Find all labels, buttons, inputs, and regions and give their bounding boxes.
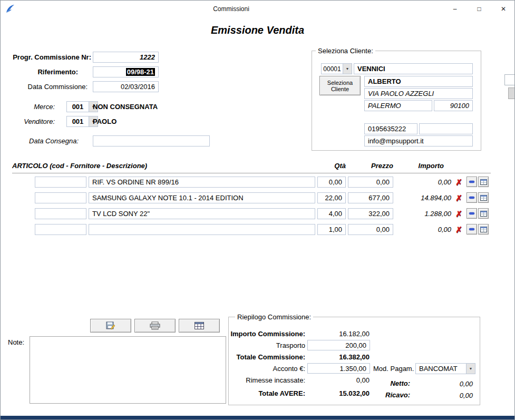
maximize-button[interactable]: □ bbox=[467, 1, 491, 17]
grid-icon bbox=[480, 179, 487, 185]
article-description-input[interactable] bbox=[89, 224, 315, 235]
report-button[interactable] bbox=[179, 319, 220, 333]
grid-icon bbox=[480, 211, 487, 217]
article-description-input[interactable] bbox=[89, 192, 315, 203]
row-remove-button[interactable] bbox=[467, 192, 477, 203]
progr-commissione-field[interactable]: 1222 bbox=[93, 52, 159, 63]
article-amount-value: 14.894,00 bbox=[395, 192, 451, 203]
article-code-input[interactable] bbox=[35, 208, 86, 219]
page-title: Emissione Vendita bbox=[1, 24, 514, 36]
app-window: Commissioni – □ ✕ Emissione Vendita Prog… bbox=[0, 0, 515, 420]
cliente-citta-input[interactable] bbox=[364, 100, 432, 111]
trasporto-input[interactable] bbox=[307, 340, 370, 350]
minus-icon bbox=[469, 226, 475, 232]
minimize-button[interactable]: – bbox=[443, 1, 467, 17]
row-delete-icon[interactable]: ✗ bbox=[454, 192, 464, 203]
row-delete-icon[interactable]: ✗ bbox=[454, 224, 464, 235]
mod-pagam-label: Mod. Pagam. bbox=[373, 365, 414, 373]
minus-icon bbox=[469, 194, 475, 201]
data-commissione-input[interactable] bbox=[93, 81, 159, 92]
importo-commissione-label: Importo Commissione: bbox=[222, 330, 305, 338]
data-consegna-input[interactable] bbox=[93, 135, 210, 146]
qta-column-header: Qtà bbox=[317, 162, 346, 170]
article-price-input[interactable] bbox=[348, 224, 393, 235]
seleziona-cliente-button-label: Seleziona Cliente bbox=[323, 80, 357, 92]
progr-commissione-label: Progr. Commissione Nr: bbox=[6, 53, 91, 62]
article-amount-value: 0,00 bbox=[395, 224, 451, 235]
ricavo-value: 0,00 bbox=[420, 392, 473, 400]
article-amount-value: 0,00 bbox=[395, 177, 451, 188]
article-qty-input[interactable] bbox=[317, 224, 346, 235]
window-title: Commissioni bbox=[1, 1, 462, 17]
riferimento-field[interactable]: 09/98-21 bbox=[93, 66, 159, 77]
cliente-group-label: Seleziona Cliente: bbox=[316, 47, 375, 55]
row-remove-button[interactable] bbox=[467, 224, 477, 235]
grid-icon bbox=[480, 227, 487, 232]
cliente-nome-input[interactable] bbox=[364, 76, 473, 87]
row-delete-icon[interactable]: ✗ bbox=[454, 177, 464, 188]
article-code-input[interactable] bbox=[35, 177, 86, 188]
row-detail-button[interactable] bbox=[478, 208, 489, 219]
row-detail-button[interactable] bbox=[478, 177, 489, 187]
merce-description: NON CONSEGNATA bbox=[93, 103, 158, 111]
mod-pagam-value: BANCOMAT bbox=[416, 364, 466, 374]
data-consegna-label: Data Consegna: bbox=[11, 137, 79, 145]
chevron-down-icon[interactable]: ▼ bbox=[343, 64, 352, 74]
close-button[interactable]: ✕ bbox=[491, 1, 515, 17]
riferimento-label: Riferimento: bbox=[6, 68, 78, 76]
save-button[interactable] bbox=[90, 319, 131, 333]
row-delete-icon[interactable]: ✗ bbox=[454, 208, 464, 219]
riferimento-value: 09/98-21 bbox=[126, 68, 155, 76]
article-row: 0,00 ✗ bbox=[1, 177, 515, 188]
cliente-telefono-input[interactable] bbox=[364, 123, 417, 134]
merce-code-value: 001 bbox=[67, 102, 89, 112]
venditore-label: Venditore: bbox=[11, 118, 55, 126]
cutoff-field bbox=[508, 87, 515, 99]
mod-pagam-combobox[interactable]: BANCOMAT ▼ bbox=[415, 363, 475, 374]
trasporto-label: Trasporto bbox=[222, 341, 305, 350]
article-code-input[interactable] bbox=[35, 192, 86, 203]
totale-avere-label: Totale AVERE: bbox=[222, 389, 305, 398]
acconto-input[interactable] bbox=[307, 363, 370, 374]
row-remove-button[interactable] bbox=[467, 177, 477, 187]
chevron-down-icon[interactable]: ▼ bbox=[466, 364, 475, 374]
cliente-cognome-input[interactable] bbox=[354, 63, 473, 74]
articles-header-label: ARTICOLO (cod - Fornitore - Descrizione) bbox=[12, 162, 147, 170]
importo-commissione-value: 16.182,00 bbox=[312, 330, 370, 338]
note-textarea[interactable] bbox=[30, 336, 226, 404]
articles-separator bbox=[12, 173, 491, 173]
totale-commissione-value: 16.382,00 bbox=[312, 353, 370, 362]
article-qty-input[interactable] bbox=[317, 208, 346, 219]
netto-label: Netto: bbox=[368, 379, 410, 388]
article-code-input[interactable] bbox=[35, 224, 86, 235]
cliente-email-input[interactable] bbox=[364, 135, 473, 146]
cliente-indirizzo-input[interactable] bbox=[364, 88, 473, 99]
article-description-input[interactable] bbox=[89, 208, 315, 219]
article-price-input[interactable] bbox=[348, 192, 393, 203]
article-qty-input[interactable] bbox=[317, 177, 346, 188]
venditore-code-value: 001 bbox=[67, 116, 89, 126]
seleziona-cliente-button[interactable]: Seleziona Cliente bbox=[319, 76, 361, 95]
row-detail-button[interactable] bbox=[478, 192, 489, 203]
save-icon bbox=[106, 321, 115, 330]
article-price-input[interactable] bbox=[348, 177, 393, 188]
riepilogo-group-label: Riepilogo Commissione: bbox=[235, 313, 313, 321]
article-description-input[interactable] bbox=[89, 177, 315, 188]
cliente-cap-input[interactable] bbox=[434, 100, 473, 111]
cutoff-field bbox=[504, 74, 515, 85]
cliente-code-combobox[interactable]: 00001 ▼ bbox=[321, 63, 352, 74]
article-qty-input[interactable] bbox=[317, 192, 346, 203]
print-button[interactable] bbox=[134, 319, 176, 333]
row-detail-button[interactable] bbox=[478, 224, 489, 235]
ricavo-label: Ricavo: bbox=[368, 391, 410, 399]
totale-commissione-label: Totale Commissione: bbox=[222, 353, 305, 362]
cliente-telefono2-input[interactable] bbox=[419, 123, 473, 134]
row-remove-button[interactable] bbox=[467, 208, 477, 219]
prezzo-column-header: Prezzo bbox=[348, 162, 393, 170]
rimesse-label: Rimesse incassate: bbox=[222, 376, 305, 385]
minus-icon bbox=[469, 210, 475, 217]
data-commissione-label: Data Commissione: bbox=[6, 83, 88, 91]
print-icon bbox=[150, 321, 160, 330]
merce-label: Merce: bbox=[11, 103, 55, 111]
article-price-input[interactable] bbox=[348, 208, 393, 219]
